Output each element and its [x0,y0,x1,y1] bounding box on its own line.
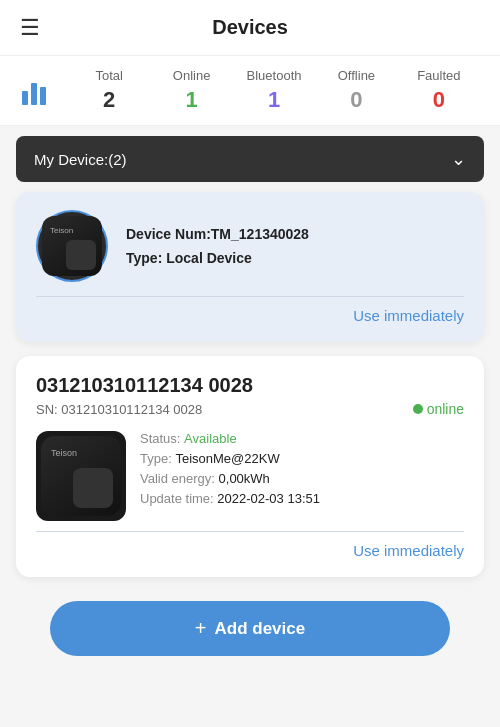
status-label: Status: [140,431,180,446]
device-image-2: Teison [36,431,126,521]
device-box-1: Teison [42,216,102,276]
update-value: 2022-02-03 13:51 [217,491,320,506]
device-id: 031210310112134 0028 [36,374,464,397]
device-num-row: Device Num:TM_121340028 [126,226,464,242]
chart-icon [20,75,52,107]
type-value-2: TeisonMe@22KW [175,451,279,466]
offline-label: Offline [338,68,375,83]
add-device-button[interactable]: + Add device [50,601,450,656]
faulted-label: Faulted [417,68,460,83]
status-row: Status: Available [140,431,464,446]
type-value: Local Device [166,250,252,266]
online-label: online [427,401,464,417]
device-num-value: TM_121340028 [211,226,309,242]
faulted-value: 0 [433,87,445,113]
type-label-2: Type: [140,451,172,466]
svg-rect-0 [22,91,28,105]
card1-top: Teison Device Num:TM_121340028 Type: Loc… [36,210,464,282]
online-badge: online [413,401,464,417]
type-label: Type: [126,250,162,266]
device-num-label: Device Num: [126,226,211,242]
add-device-container: + Add device [0,577,500,676]
add-device-label: Add device [214,619,305,639]
card-divider-2 [36,531,464,532]
stats-offline: Offline 0 [315,68,397,113]
use-immediately-button-2[interactable]: Use immediately [36,542,464,559]
stats-faulted: Faulted 0 [398,68,480,113]
device-card-1: Teison Device Num:TM_121340028 Type: Loc… [16,192,484,342]
device-icon-selected: Teison [36,210,108,282]
device-details: Status: Available Type: TeisonMe@22KW Va… [140,431,464,506]
energy-label: Valid energy: [140,471,215,486]
offline-value: 0 [350,87,362,113]
device-box-2: Teison [41,436,121,516]
online-value: 1 [185,87,197,113]
use-immediately-button-1[interactable]: Use immediately [36,307,464,324]
bluetooth-value: 1 [268,87,280,113]
page-title: Devices [212,16,288,39]
stats-bar: Total 2 Online 1 Bluetooth 1 Offline 0 F… [0,56,500,126]
type-row-2: Type: TeisonMe@22KW [140,451,464,466]
my-device-bar[interactable]: My Device:(2) ⌄ [16,136,484,182]
device-card-2: 031210310112134 0028 SN: 031210310112134… [16,356,484,577]
online-label: Online [173,68,211,83]
my-device-label: My Device:(2) [34,151,127,168]
energy-value: 0,00kWh [219,471,270,486]
stats-total: Total 2 [68,68,150,113]
stats-online: Online 1 [150,68,232,113]
sn-value: 031210310112134 0028 [61,402,202,417]
cards-container: Teison Device Num:TM_121340028 Type: Loc… [0,192,500,577]
card-divider [36,296,464,297]
stats-bluetooth: Bluetooth 1 [233,68,315,113]
plus-icon: + [195,617,207,640]
svg-rect-1 [31,83,37,105]
svg-rect-2 [40,87,46,105]
card2-body: Teison Status: Available Type: TeisonMe@… [36,431,464,521]
total-label: Total [95,68,122,83]
sn-text: SN: 031210310112134 0028 [36,402,202,417]
header: ☰ Devices [0,0,500,56]
menu-icon[interactable]: ☰ [20,15,40,41]
online-dot [413,404,423,414]
chevron-down-icon: ⌄ [451,148,466,170]
sn-row: SN: 031210310112134 0028 online [36,401,464,417]
card1-info: Device Num:TM_121340028 Type: Local Devi… [126,226,464,266]
update-row: Update time: 2022-02-03 13:51 [140,491,464,506]
total-value: 2 [103,87,115,113]
energy-row: Valid energy: 0,00kWh [140,471,464,486]
bluetooth-label: Bluetooth [247,68,302,83]
status-value: Available [184,431,237,446]
update-label: Update time: [140,491,214,506]
sn-label: SN: [36,402,58,417]
device-type-row: Type: Local Device [126,250,464,266]
